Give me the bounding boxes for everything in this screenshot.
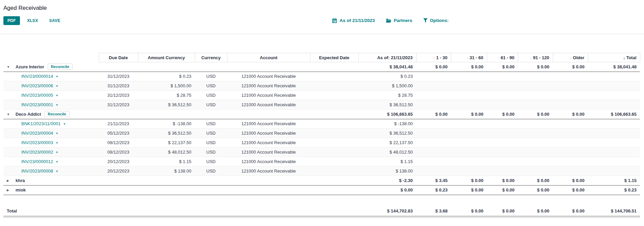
save-button[interactable]: SAVE — [45, 16, 64, 25]
empty-cell — [451, 129, 487, 138]
partner-p91_120-value: $ 0.00 — [518, 176, 553, 185]
partner-cell: ▶miok — [3, 185, 99, 195]
column-header-older[interactable]: ↕Older — [553, 53, 588, 62]
caret-down-icon[interactable]: ▼ — [7, 113, 16, 116]
empty-cell — [138, 110, 195, 119]
empty-cell — [416, 129, 451, 138]
empty-cell — [310, 176, 358, 185]
due-date-cell: 31/12/2023 — [99, 91, 138, 100]
empty-cell — [518, 72, 553, 81]
journal-item-row: INV/23/0000014 ▼31/12/2023$ 0.23USD12100… — [3, 72, 640, 81]
account-cell: 121000 Account Receivable — [227, 157, 310, 166]
partner-p1_30-value: $ 0.00 — [416, 110, 451, 119]
ref-cell: INV/2023/00008 ▼ — [3, 166, 99, 176]
empty-cell — [487, 100, 518, 110]
empty-cell — [487, 119, 518, 129]
partner-older-value: $ 0.00 — [553, 110, 588, 119]
journal-entry-link[interactable]: INV/2023/00008 ▼ — [21, 168, 58, 174]
amount-currency-cell: $ 1.15 — [138, 157, 195, 166]
spacer-cell — [3, 195, 640, 206]
amount-currency-cell: $ 138.00 — [138, 166, 195, 176]
partner-name[interactable]: Deco Addict — [16, 112, 41, 117]
as-of-cell: $ 36,512.50 — [358, 100, 416, 110]
column-header-expected-date: Expected Date — [310, 53, 358, 62]
empty-cell — [451, 72, 487, 81]
empty-cell — [195, 176, 227, 185]
empty-cell — [553, 119, 588, 129]
partners-filter-label: Partners — [394, 18, 412, 23]
empty-cell — [451, 157, 487, 166]
journal-entry-link[interactable]: INV/2023/00001 ▼ — [21, 102, 58, 107]
partner-name[interactable]: khra — [16, 178, 25, 183]
currency-cell: USD — [195, 100, 227, 110]
aged-receivable-report: Aged Receivable PDF XLSX SAVE As of 21/1… — [0, 5, 644, 226]
partner-total-value: $ 0.23 — [588, 185, 640, 195]
journal-entry-link[interactable]: INV/2023/00006 ▼ — [21, 83, 58, 88]
account-cell: 121000 Account Receivable — [227, 81, 310, 91]
empty-cell — [99, 62, 138, 72]
partner-name[interactable]: Azure Interior — [16, 64, 44, 69]
account-cell: 121000 Account Receivable — [227, 129, 310, 138]
column-header-amount-currency: Amount Currency — [138, 53, 195, 62]
empty-cell — [416, 72, 451, 81]
spacer-row — [3, 195, 640, 206]
as-of-cell: $ 22,137.50 — [358, 138, 416, 148]
column-header-p31-60[interactable]: ↕31 - 60 — [451, 53, 487, 62]
grand-total-label: Total — [3, 206, 99, 217]
empty-cell — [227, 176, 310, 185]
options-filter[interactable]: Options: — [423, 18, 449, 23]
caret-down-icon[interactable]: ▼ — [7, 65, 16, 69]
empty-cell — [588, 72, 640, 81]
pdf-button[interactable]: PDF — [3, 16, 20, 25]
journal-entry-link[interactable]: INV/2023/00002 ▼ — [21, 150, 58, 155]
caret-right-icon[interactable]: ▶ — [7, 188, 16, 192]
empty-cell — [518, 119, 553, 129]
journal-entry-link[interactable]: INV/23/0000014 ▼ — [21, 74, 58, 79]
grand-total-row: Total$ 144,702.83$ 3.68$ 0.00$ 0.00$ 0.0… — [3, 206, 640, 217]
ref-cell: INV/2023/00003 ▼ — [3, 138, 99, 148]
reconcile-button[interactable]: Reconcile — [48, 64, 73, 70]
column-header-p61-90[interactable]: ↕61 - 90 — [487, 53, 518, 62]
partner-name[interactable]: miok — [16, 187, 26, 193]
journal-entry-link[interactable]: INV/2023/00003 ▼ — [21, 140, 58, 145]
sort-icon: ↕ — [467, 55, 469, 60]
currency-cell: USD — [195, 148, 227, 157]
journal-entry-link[interactable]: INV/2023/00005 ▼ — [21, 93, 58, 98]
partner-p61_90-value: $ 0.00 — [487, 176, 518, 185]
grand-total-p91_120-value: $ 0.00 — [518, 206, 553, 217]
folder-open-icon — [386, 18, 391, 23]
empty-cell — [487, 91, 518, 100]
partner-row: ▼Azure InteriorReconcile$ 38,041.48$ 0.0… — [3, 62, 640, 72]
dropdown-caret-icon: ▼ — [56, 141, 58, 144]
partner-p1_30-value: $ 0.23 — [416, 185, 451, 195]
empty-cell — [451, 100, 487, 110]
date-filter[interactable]: As of 21/11/2023 — [332, 18, 375, 23]
column-header-total[interactable]: ↓Total — [588, 53, 640, 62]
empty-cell — [553, 138, 588, 148]
empty-cell — [588, 157, 640, 166]
page-title: Aged Receivable — [3, 5, 644, 12]
journal-entry-link[interactable]: INV/2023/00004 ▼ — [21, 131, 58, 136]
currency-cell: USD — [195, 81, 227, 91]
due-date-cell: 31/12/2023 — [99, 100, 138, 110]
xlsx-button[interactable]: XLSX — [23, 16, 42, 25]
journal-entry-link[interactable]: BNK1/2023/11/0001 ▼ — [21, 121, 66, 126]
caret-right-icon[interactable]: ▶ — [7, 179, 16, 182]
filter-bar: As of 21/11/2023 Partners Options: — [332, 18, 449, 23]
reconcile-button[interactable]: Reconcile — [44, 111, 69, 117]
currency-cell: USD — [195, 129, 227, 138]
empty-cell — [588, 119, 640, 129]
column-header-p1-30[interactable]: ↕1 - 30 — [416, 53, 451, 62]
empty-cell — [451, 148, 487, 157]
partner-p1_30-value: $ 0.00 — [416, 62, 451, 72]
dropdown-caret-icon: ▼ — [63, 122, 66, 126]
grand-total-total-value: $ 144,706.51 — [588, 206, 640, 217]
ref-cell: BNK1/2023/11/0001 ▼ — [3, 119, 99, 129]
date-filter-label: As of 21/11/2023 — [339, 18, 375, 23]
partner-p61_90-value: $ 0.00 — [487, 185, 518, 195]
partners-filter[interactable]: Partners — [386, 18, 412, 23]
column-header-p91-120[interactable]: ↕91 - 120 — [518, 53, 553, 62]
partner-as_of-value: $ 38,041.48 — [358, 62, 416, 72]
empty-cell — [518, 148, 553, 157]
journal-entry-link[interactable]: INV/23/0000012 ▼ — [21, 159, 58, 164]
